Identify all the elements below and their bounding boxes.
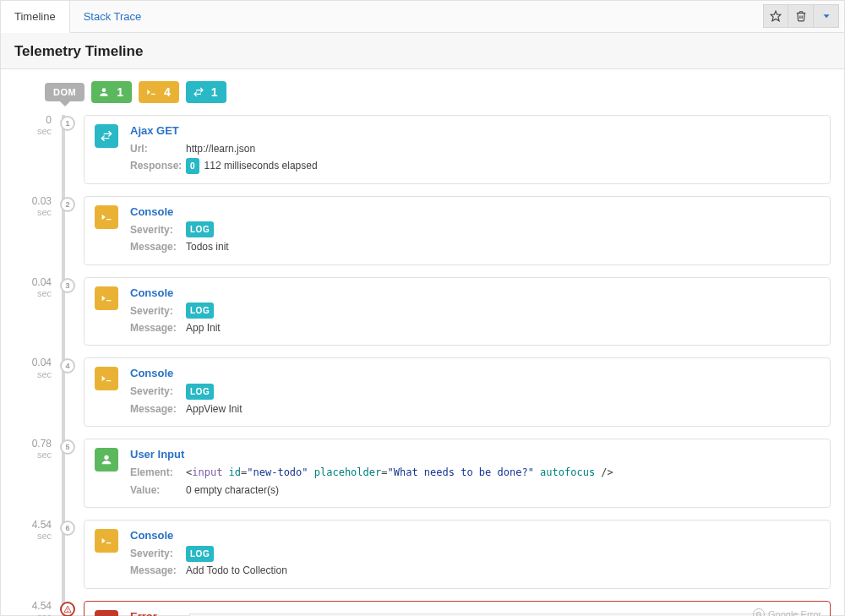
star-icon xyxy=(770,10,782,22)
event-error: 4.54sec G Google Error Error Message: xyxy=(14,601,831,616)
filter-user-count: 1 xyxy=(117,85,123,99)
event-time: 0.04sec xyxy=(14,357,52,379)
header: Telemetry Timeline xyxy=(1,33,844,69)
page-title: Telemetry Timeline xyxy=(14,43,831,60)
google-error-tag: G Google Error xyxy=(753,608,821,616)
console-icon xyxy=(95,529,118,553)
filter-ajax[interactable]: 1 xyxy=(186,81,226,103)
event-title: Console xyxy=(130,286,820,299)
event-card[interactable]: Console Severity:LOG Message:Add Todo to… xyxy=(84,520,831,589)
filter-chips: DOM 1 4 1 xyxy=(1,69,844,115)
event-console: 0.04sec 4 Console Severity:LOG Message:A… xyxy=(14,357,831,427)
svg-marker-0 xyxy=(771,11,781,21)
response-text: 112 milliseconds elapsed xyxy=(204,157,318,174)
event-message: Add Todo to Collection xyxy=(186,562,287,579)
event-time: 4.54sec xyxy=(14,601,52,616)
ajax-icon xyxy=(95,124,118,148)
event-node: 1 xyxy=(60,116,75,131)
tab-stack-trace[interactable]: Stack Trace xyxy=(70,1,156,32)
event-title: Console xyxy=(130,367,820,379)
event-card[interactable]: Ajax GET Url:http://learn.json Response:… xyxy=(84,115,831,184)
google-badge-icon: G xyxy=(753,608,765,616)
severity-badge: LOG xyxy=(186,303,214,319)
telemetry-panel: Timeline Stack Trace Telemetry Timeline … xyxy=(0,0,845,616)
console-icon xyxy=(145,86,157,98)
star-button[interactable] xyxy=(763,4,788,28)
event-title: Console xyxy=(130,529,820,542)
tab-actions xyxy=(763,1,844,32)
event-node: 4 xyxy=(60,358,75,373)
event-console: 0.04sec 3 Console Severity:LOG Message:A… xyxy=(14,277,831,346)
filter-console-count: 4 xyxy=(164,85,171,99)
trash-icon xyxy=(795,10,807,22)
timeline: 0sec 1 Ajax GET Url:http://learn.json Re… xyxy=(1,115,844,616)
event-node: 2 xyxy=(60,197,75,212)
event-title: Ajax GET xyxy=(130,124,820,137)
svg-marker-1 xyxy=(823,14,829,18)
event-card[interactable]: Console Severity:LOG Message:Todos init xyxy=(84,196,831,265)
error-icon xyxy=(95,610,118,616)
event-message: AppView Init xyxy=(186,401,243,417)
event-time: 4.54sec xyxy=(14,520,52,541)
event-value: 0 empty character(s) xyxy=(186,482,279,499)
console-icon xyxy=(95,205,118,229)
event-node: 3 xyxy=(60,278,75,293)
event-node: 6 xyxy=(60,521,75,536)
event-console: 0.03sec 2 Console Severity:LOG Message:T… xyxy=(14,196,831,265)
more-menu-button[interactable] xyxy=(814,4,839,28)
event-title: User Input xyxy=(130,448,820,461)
event-time: 0sec xyxy=(14,115,52,136)
event-console: 4.54sec 6 Console Severity:LOG Message:A… xyxy=(14,520,831,589)
event-time: 0.03sec xyxy=(14,196,52,217)
event-card[interactable]: Console Severity:LOG Message:AppView Ini… xyxy=(84,357,831,427)
svg-point-3 xyxy=(68,611,68,612)
severity-badge: LOG xyxy=(186,221,214,237)
filter-ajax-count: 1 xyxy=(211,85,218,99)
severity-badge: LOG xyxy=(186,384,214,400)
event-element: <input id="new-todo" placeholder="What n… xyxy=(186,464,613,481)
event-card[interactable]: User Input Element: <input id="new-todo"… xyxy=(84,439,831,508)
severity-badge: LOG xyxy=(186,546,214,562)
user-icon xyxy=(95,448,118,472)
event-time: 0.04sec xyxy=(14,277,52,298)
event-node: 5 xyxy=(60,439,75,455)
filter-dom[interactable]: DOM xyxy=(45,83,84,101)
event-url: http://learn.json xyxy=(186,140,255,157)
event-user-input: 0.78sec 5 User Input Element: <input id=… xyxy=(14,439,831,508)
event-time: 0.78sec xyxy=(14,439,52,460)
trash-button[interactable] xyxy=(788,4,814,28)
console-icon xyxy=(95,286,118,310)
event-ajax: 0sec 1 Ajax GET Url:http://learn.json Re… xyxy=(14,115,831,184)
event-node-error xyxy=(60,602,75,616)
event-card[interactable]: Console Severity:LOG Message:App Init xyxy=(84,277,831,346)
filter-console[interactable]: 4 xyxy=(139,81,179,103)
event-card-error[interactable]: G Google Error Error Message: undef is n… xyxy=(84,601,831,616)
chevron-down-icon xyxy=(820,10,832,22)
warning-icon xyxy=(63,605,72,613)
event-message: App Init xyxy=(186,319,221,336)
user-icon xyxy=(98,86,110,98)
event-title: Error xyxy=(130,610,181,616)
swap-icon xyxy=(193,86,204,98)
response-code-badge: 0 xyxy=(186,158,199,174)
console-icon xyxy=(95,367,118,390)
tab-timeline[interactable]: Timeline xyxy=(1,1,70,33)
event-title: Console xyxy=(130,205,820,218)
tabs-bar: Timeline Stack Trace xyxy=(1,1,844,33)
filter-user-input[interactable]: 1 xyxy=(91,81,132,103)
event-message: Todos init xyxy=(186,238,229,255)
